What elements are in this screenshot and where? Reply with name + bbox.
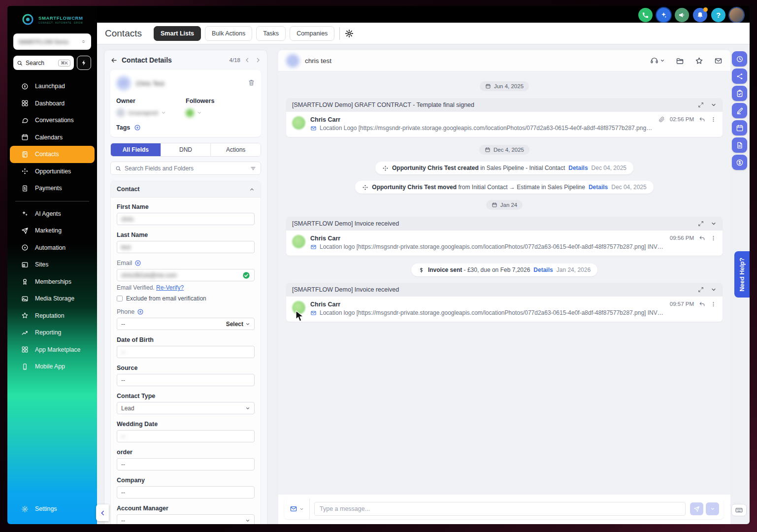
reverify-link[interactable]: Re-Verify?: [156, 284, 184, 291]
add-tag-button[interactable]: [134, 124, 141, 131]
back-button[interactable]: [110, 57, 118, 64]
sidebar-item-sites[interactable]: Sites: [7, 256, 97, 273]
sidebar-item-app-marketplace[interactable]: App Marketplace: [7, 341, 97, 359]
payments-dollar-rail-button[interactable]: [732, 155, 747, 170]
sidebar-item-reporting[interactable]: Reporting: [7, 324, 97, 341]
tasks-clipboard-rail-button[interactable]: [732, 86, 747, 101]
send-button[interactable]: [690, 502, 703, 515]
activity-details-link[interactable]: Details: [533, 266, 553, 273]
field-input[interactable]: --: [117, 374, 255, 386]
message-input[interactable]: Type a message...: [314, 502, 686, 516]
reply-button[interactable]: [699, 301, 705, 307]
tab-companies[interactable]: Companies: [290, 26, 334, 41]
tab-smart-lists[interactable]: Smart Lists: [154, 26, 201, 41]
sidebar-item-conversations[interactable]: Conversations: [7, 112, 97, 129]
exclude-verification-checkbox[interactable]: [117, 296, 123, 301]
history-rail-button[interactable]: [732, 51, 747, 66]
phone-icon-button[interactable]: [638, 8, 653, 22]
activity-details-link[interactable]: Details: [568, 165, 588, 171]
email-message[interactable]: Chris Carr Location logo [https://msgsnd…: [286, 297, 723, 322]
sidebar-item-reputation[interactable]: Reputation: [7, 307, 97, 325]
contact-tab-dnd[interactable]: DND: [161, 143, 211, 156]
field-input[interactable]: --: [117, 486, 255, 499]
attachment-button[interactable]: [658, 116, 665, 123]
sidebar-collapse-button[interactable]: [96, 504, 109, 521]
quick-actions-button[interactable]: [77, 56, 91, 70]
collapse-thread-button[interactable]: [711, 102, 717, 108]
bell-icon-button[interactable]: [693, 8, 707, 22]
field-input[interactable]: chris: [117, 213, 255, 225]
field-input[interactable]: test: [117, 241, 255, 253]
sidebar-item-marketing[interactable]: Marketing: [7, 222, 97, 239]
collapse-thread-button[interactable]: [711, 287, 717, 293]
channel-select-button[interactable]: [284, 499, 310, 519]
message-menu-button[interactable]: [710, 301, 717, 307]
field-select[interactable]: Lead: [117, 402, 255, 414]
account-selector[interactable]: SMARTFLOW Demo: [13, 33, 91, 50]
star-button[interactable]: [695, 57, 703, 65]
share-rail-button[interactable]: [732, 68, 747, 84]
tab-bulk-actions[interactable]: Bulk Actions: [205, 26, 252, 41]
sidebar-search-input[interactable]: Search ⌘K: [13, 56, 74, 70]
email-thread-header[interactable]: [SMARTFLOW Demo] Invoice received: [286, 283, 723, 297]
notes-pen-rail-button[interactable]: [732, 103, 747, 118]
expand-thread-button[interactable]: [698, 287, 704, 293]
sidebar-item-memberships[interactable]: Memberships: [7, 273, 97, 291]
prev-contact-button[interactable]: [244, 57, 250, 63]
add-email-button[interactable]: [134, 260, 141, 266]
section-header[interactable]: Contact: [111, 181, 261, 198]
need-help-tab[interactable]: Need Help?: [734, 251, 750, 298]
sidebar-item-payments[interactable]: Payments: [7, 180, 97, 197]
contacts-settings-button[interactable]: [345, 29, 354, 38]
megaphone-icon-button[interactable]: [675, 8, 689, 22]
tab-tasks[interactable]: Tasks: [256, 26, 286, 41]
user-avatar[interactable]: [729, 8, 744, 22]
field-input[interactable]: chris362uk@me.com: [117, 269, 255, 281]
sidebar-item-media-storage[interactable]: Media Storage: [7, 290, 97, 307]
help-icon-button[interactable]: ?: [711, 8, 725, 22]
field-select[interactable]: --: [117, 514, 255, 524]
sidebar-item-opportunities[interactable]: Opportunities: [7, 163, 97, 180]
documents-rail-button[interactable]: [732, 137, 747, 153]
contact-tab-all-fields[interactable]: All Fields: [111, 143, 161, 156]
email-thread-header[interactable]: [SMARTFLOW Demo] Invoice received: [286, 217, 723, 231]
send-options-button[interactable]: [706, 502, 719, 515]
sidebar-item-ai-agents[interactable]: AI Agents: [7, 205, 97, 223]
sidebar-item-contacts[interactable]: Contacts: [10, 146, 95, 163]
appointments-calendar-rail-button[interactable]: [732, 120, 747, 135]
add-phone-button[interactable]: [137, 308, 144, 315]
message-menu-button[interactable]: [710, 116, 717, 123]
owner-selector[interactable]: Unassigned: [116, 108, 186, 117]
sidebar-item-dashboard[interactable]: Dashboard: [7, 95, 97, 112]
field-input[interactable]: --: [117, 458, 255, 470]
followers-selector[interactable]: [186, 108, 255, 117]
field-input[interactable]: --: [117, 430, 255, 442]
sidebar-item-settings[interactable]: Settings: [7, 501, 57, 516]
channel-chat-button[interactable]: [650, 57, 665, 65]
email-message[interactable]: Chris Carr Location Logo [https://msgsnd…: [286, 112, 723, 137]
next-contact-button[interactable]: [255, 57, 261, 63]
collapse-thread-button[interactable]: [711, 221, 717, 227]
phone-type-select[interactable]: Select: [226, 321, 243, 328]
email-thread-header[interactable]: [SMARTFLOW Demo] GRAFT CONTRACT - Templa…: [286, 98, 723, 112]
envelope-button[interactable]: [714, 57, 723, 65]
reply-button[interactable]: [699, 116, 705, 123]
sidebar-item-calendars[interactable]: Calendars: [7, 129, 97, 146]
sidebar-item-mobile-app[interactable]: Mobile App: [7, 358, 97, 375]
delete-contact-button[interactable]: [248, 79, 255, 88]
filter-icon[interactable]: [250, 166, 256, 171]
contact-tab-actions[interactable]: Actions: [211, 143, 261, 156]
ai-sparkle-icon-button[interactable]: [657, 8, 671, 22]
phone-input[interactable]: --Select: [117, 318, 255, 330]
sidebar-item-launchpad[interactable]: Launchpad: [7, 78, 97, 95]
activity-details-link[interactable]: Details: [589, 184, 608, 191]
field-input[interactable]: --: [117, 346, 255, 358]
fields-search-input[interactable]: Search Fields and Folders: [110, 162, 261, 175]
keyboard-shortcuts-button[interactable]: [731, 504, 747, 516]
reply-button[interactable]: [699, 235, 705, 241]
email-message[interactable]: Chris Carr Location logo [https://msgsnd…: [286, 231, 723, 256]
folder-button[interactable]: [676, 57, 684, 65]
expand-thread-button[interactable]: [698, 221, 704, 227]
sidebar-item-automation[interactable]: Automation: [7, 239, 97, 257]
expand-thread-button[interactable]: [698, 102, 704, 108]
